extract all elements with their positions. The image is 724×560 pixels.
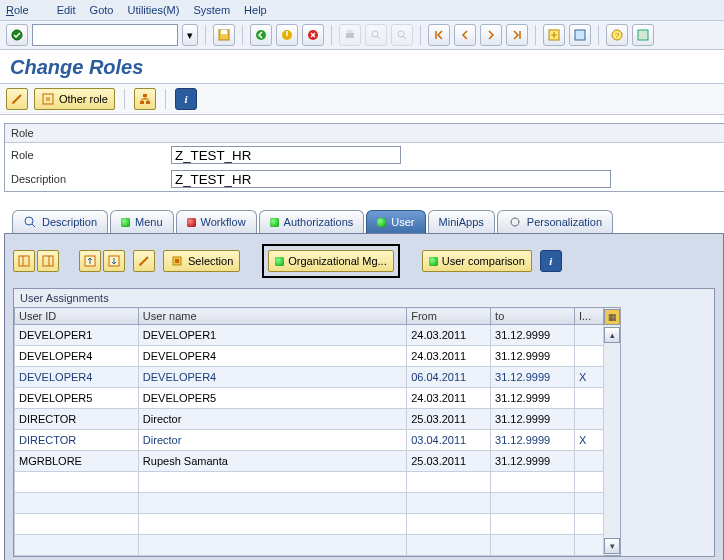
table-row[interactable]: DEVELOPER4DEVELOPER424.03.201131.12.9999 xyxy=(15,346,604,367)
tab-authorizations[interactable]: Authorizations xyxy=(259,210,365,233)
menu-utilities[interactable]: Utilities(M) xyxy=(127,4,179,16)
next-page-button[interactable] xyxy=(480,24,502,46)
col-userid[interactable]: User ID xyxy=(15,308,139,325)
cell-to[interactable]: 31.12.9999 xyxy=(491,388,575,409)
save-button[interactable] xyxy=(213,24,235,46)
scroll-up-icon[interactable]: ▴ xyxy=(604,327,620,343)
role-field[interactable] xyxy=(171,146,401,164)
select-all-button[interactable] xyxy=(13,250,35,272)
cell-from[interactable]: 03.04.2011 xyxy=(407,430,491,451)
cell-from[interactable]: 24.03.2011 xyxy=(407,325,491,346)
enter-button[interactable] xyxy=(6,24,28,46)
table-row[interactable]: DIRECTORDirector25.03.201131.12.9999 xyxy=(15,409,604,430)
cell-to[interactable]: 31.12.9999 xyxy=(491,430,575,451)
table-row[interactable]: DEVELOPER5DEVELOPER524.03.201131.12.9999 xyxy=(15,388,604,409)
cell-username[interactable]: Director xyxy=(138,430,406,451)
table-row[interactable]: MGRBLORERupesh Samanta25.03.201131.12.99… xyxy=(15,451,604,472)
cell-to[interactable]: 31.12.9999 xyxy=(491,451,575,472)
table-row[interactable]: DIRECTORDirector03.04.201131.12.9999X xyxy=(15,430,604,451)
find-next-button[interactable] xyxy=(391,24,413,46)
cell-username[interactable]: DEVELOPER5 xyxy=(138,388,406,409)
cell-to[interactable]: 31.12.9999 xyxy=(491,367,575,388)
other-role-button[interactable]: Other role xyxy=(34,88,115,110)
cell-to[interactable]: 31.12.9999 xyxy=(491,346,575,367)
cell-userid[interactable]: MGRBLORE xyxy=(15,451,139,472)
tab-workflow[interactable]: Workflow xyxy=(176,210,257,233)
cell-from[interactable]: 25.03.2011 xyxy=(407,409,491,430)
back-button[interactable] xyxy=(250,24,272,46)
command-dropdown[interactable]: ▾ xyxy=(182,24,198,46)
tab-description[interactable]: Description xyxy=(12,210,108,233)
cell-indicator[interactable] xyxy=(575,388,604,409)
tab-menu[interactable]: Menu xyxy=(110,210,174,233)
menu-edit[interactable]: Edit xyxy=(57,4,76,16)
cell-indicator[interactable]: X xyxy=(575,367,604,388)
organizational-mgmt-button[interactable]: Organizational Mg... xyxy=(268,250,393,272)
delete-button[interactable] xyxy=(133,250,155,272)
col-to[interactable]: to xyxy=(491,308,575,325)
cell-userid[interactable]: DEVELOPER1 xyxy=(15,325,139,346)
inheritance-button[interactable] xyxy=(134,88,156,110)
sort-desc-button[interactable] xyxy=(103,250,125,272)
tab-user[interactable]: User xyxy=(366,210,425,233)
find-button[interactable] xyxy=(365,24,387,46)
cell-userid[interactable]: DIRECTOR xyxy=(15,409,139,430)
cell-username[interactable]: Rupesh Samanta xyxy=(138,451,406,472)
menu-help[interactable]: Help xyxy=(244,4,267,16)
first-page-button[interactable] xyxy=(428,24,450,46)
sort-asc-button[interactable] xyxy=(79,250,101,272)
command-field[interactable] xyxy=(32,24,178,46)
new-session-button[interactable] xyxy=(543,24,565,46)
cell-indicator[interactable] xyxy=(575,451,604,472)
menu-role[interactable]: Role xyxy=(6,4,43,16)
toggle-display-change-button[interactable] xyxy=(6,88,28,110)
table-row[interactable] xyxy=(15,535,604,556)
help-icon[interactable]: ? xyxy=(606,24,628,46)
layout-button[interactable] xyxy=(632,24,654,46)
cell-userid[interactable]: DEVELOPER5 xyxy=(15,388,139,409)
col-indicator[interactable]: I... xyxy=(575,308,604,325)
table-row[interactable] xyxy=(15,493,604,514)
menu-system[interactable]: System xyxy=(193,4,230,16)
last-page-button[interactable] xyxy=(506,24,528,46)
table-row[interactable]: DEVELOPER4DEVELOPER406.04.201131.12.9999… xyxy=(15,367,604,388)
cell-to[interactable]: 31.12.9999 xyxy=(491,325,575,346)
selection-button[interactable]: Selection xyxy=(163,250,240,272)
info-icon[interactable]: i xyxy=(540,250,562,272)
cell-username[interactable]: Director xyxy=(138,409,406,430)
cell-indicator[interactable] xyxy=(575,325,604,346)
table-row[interactable] xyxy=(15,472,604,493)
cancel-button[interactable] xyxy=(302,24,324,46)
print-button[interactable] xyxy=(339,24,361,46)
table-row[interactable] xyxy=(15,514,604,535)
cell-indicator[interactable] xyxy=(575,409,604,430)
col-username[interactable]: User name xyxy=(138,308,406,325)
info-icon[interactable]: i xyxy=(175,88,197,110)
grid-scrollbar[interactable]: ▦ ▴ ▾ xyxy=(604,307,621,556)
cell-userid[interactable]: DEVELOPER4 xyxy=(15,367,139,388)
table-row[interactable]: DEVELOPER1DEVELOPER124.03.201131.12.9999 xyxy=(15,325,604,346)
settings-icon[interactable]: ▦ xyxy=(604,309,620,325)
prev-page-button[interactable] xyxy=(454,24,476,46)
shortcut-button[interactable] xyxy=(569,24,591,46)
cell-indicator[interactable] xyxy=(575,346,604,367)
tab-personalization[interactable]: Personalization xyxy=(497,210,613,233)
cell-from[interactable]: 24.03.2011 xyxy=(407,388,491,409)
exit-button[interactable] xyxy=(276,24,298,46)
cell-username[interactable]: DEVELOPER1 xyxy=(138,325,406,346)
scroll-down-icon[interactable]: ▾ xyxy=(604,538,620,554)
col-from[interactable]: From xyxy=(407,308,491,325)
cell-from[interactable]: 24.03.2011 xyxy=(407,346,491,367)
user-comparison-button[interactable]: User comparison xyxy=(422,250,532,272)
cell-username[interactable]: DEVELOPER4 xyxy=(138,367,406,388)
cell-username[interactable]: DEVELOPER4 xyxy=(138,346,406,367)
cell-from[interactable]: 25.03.2011 xyxy=(407,451,491,472)
deselect-all-button[interactable] xyxy=(37,250,59,272)
description-field[interactable] xyxy=(171,170,611,188)
menu-goto[interactable]: Goto xyxy=(90,4,114,16)
cell-to[interactable]: 31.12.9999 xyxy=(491,409,575,430)
cell-userid[interactable]: DEVELOPER4 xyxy=(15,346,139,367)
cell-indicator[interactable]: X xyxy=(575,430,604,451)
cell-from[interactable]: 06.04.2011 xyxy=(407,367,491,388)
cell-userid[interactable]: DIRECTOR xyxy=(15,430,139,451)
